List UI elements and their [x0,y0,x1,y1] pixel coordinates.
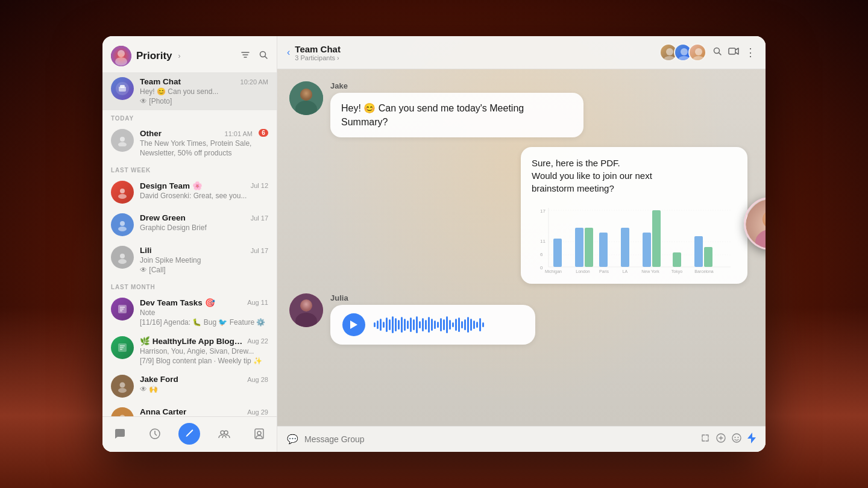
conv-preview: Hey! 😊 Can you send... [140,87,268,96]
section-today: TODAY [102,110,277,124]
message-jake: Jake Hey! 😊 Can you send me today's Meet… [289,81,753,137]
conv-item-design-team[interactable]: Design Team 🌸 Jul 12 David Grosenki: Gre… [102,176,277,208]
svg-text:Barcelona: Barcelona [694,269,714,274]
video-icon[interactable] [728,46,739,58]
conv-avatar-drew [111,213,134,236]
chat-subtitle[interactable]: 3 Participants › [295,54,341,61]
search-chat-icon[interactable] [712,46,722,58]
wave-bar [374,322,376,327]
wave-bar [473,321,475,329]
more-icon[interactable]: ⋮ [745,46,756,59]
jake-message-text: Hey! 😊 Can you send me today's Meeting S… [341,101,573,129]
svg-rect-61 [621,228,629,267]
wave-bar [389,319,391,330]
user-avatar [111,46,131,66]
svg-text:New York: New York [641,269,659,274]
wave-bar [380,319,382,331]
conv-item-drew-green[interactable]: Drew Green Jul 17 Graphic Design Brief [102,208,277,241]
sidebar-nav [102,416,277,452]
conv-time: Jul 17 [251,214,268,222]
svg-rect-66 [704,247,712,267]
wave-bar [383,322,385,328]
conv-avatar-healthy [111,336,134,359]
sidebar-list: Team Chat 10:20 AM Hey! 😊 Can you send..… [102,72,277,416]
conv-avatar-jake-ford [111,375,134,398]
conv-time: Aug 11 [247,299,268,306]
conv-item-other[interactable]: Other 11:01 AM The New York Times, Prote… [102,124,277,162]
conv-name: Jake Ford [140,375,178,384]
svg-rect-57 [553,239,562,267]
svg-point-11 [118,142,127,146]
lightning-icon[interactable] [747,433,756,446]
conv-time: 11:01 AM [225,130,253,137]
conv-time: Jul 17 [251,247,268,254]
add-icon[interactable] [716,433,726,445]
svg-point-13 [118,194,127,199]
waveform [374,316,523,334]
wave-bar [479,318,481,331]
conv-item-anna-carter[interactable]: Anna Carter Aug 29 Invitation: Review De… [102,402,277,416]
wave-bar [449,320,451,330]
sidebar-header-icons [241,50,268,62]
conv-name: Team Chat [140,77,181,86]
conv-item-dev-team[interactable]: Dev Team Tasks 🎯 Aug 11 Note [11/16] Age… [102,293,277,331]
conv-content-jake-ford: Jake Ford Aug 28 👁 🙌 [140,375,268,393]
filter-icon[interactable] [241,50,250,62]
svg-point-47 [300,89,312,101]
svg-text:London: London [576,269,590,274]
conv-name: Dev Team Tasks 🎯 [140,298,215,307]
conv-preview: The New York Times, Protein Sale, [140,139,253,148]
jake-message-bubble: Hey! 😊 Can you send me today's Meeting S… [330,93,583,137]
conv-preview2: [11/16] Agenda: 🐛 Bug 🐦 Feature ⚙️ [140,318,268,327]
conv-item-team-chat[interactable]: Team Chat 10:20 AM Hey! 😊 Can you send..… [102,72,277,110]
play-button[interactable] [342,313,365,336]
back-button[interactable]: ‹ [287,47,290,58]
svg-text:Tokyo: Tokyo [671,269,682,274]
conv-preview: 👁 🙌 [140,385,268,393]
nav-chat-icon[interactable] [109,423,131,445]
svg-text:Michigan: Michigan [545,269,562,274]
conv-avatar-anna-carter [111,407,134,416]
svg-point-38 [678,56,690,61]
nav-clock-icon[interactable] [144,423,166,445]
conv-avatar-other [111,129,134,152]
chart-text: Sure, here is the PDF.Would you like to … [532,157,737,195]
conv-preview: Note [140,308,268,317]
jake-avatar [289,81,323,115]
svg-rect-9 [120,85,125,88]
julia-avatar [289,293,323,327]
conv-content-anna-carter: Anna Carter Aug 29 Invitation: Review De… [140,407,268,416]
chart-bubble: Sure, here is the PDF.Would you like to … [521,147,747,284]
search-icon[interactable] [259,50,268,62]
svg-text:0: 0 [540,265,543,271]
nav-contacts-icon[interactable] [248,423,270,445]
nav-community-icon[interactable] [213,423,235,445]
emoji-icon[interactable] [732,433,741,445]
svg-point-81 [732,434,741,442]
conv-time: Aug 29 [247,408,268,416]
conv-avatar-team-chat [111,77,134,100]
message-julia: Julia [289,293,753,345]
svg-text:LA: LA [623,269,628,274]
conv-item-lili[interactable]: Lili Jul 17 Join Spike Meeting 👁 [Call] [102,241,277,279]
conv-item-healthy[interactable]: 🌿 HealthyLife App Blog 🌿 Aug 22 Harrison… [102,331,277,370]
conv-content-design-team: Design Team 🌸 Jul 12 David Grosenki: Gre… [140,181,268,200]
svg-point-36 [664,56,676,61]
conv-content-team-chat: Team Chat 10:20 AM Hey! 😊 Can you send..… [140,77,268,105]
svg-point-15 [118,227,127,231]
conv-time: Aug 22 [247,337,268,345]
conv-item-jake-ford[interactable]: Jake Ford Aug 28 👁 🙌 [102,370,277,402]
julia-name: Julia [330,293,535,302]
chevron-right-icon: › [178,52,181,60]
expand-icon[interactable] [700,433,710,445]
chat-header-left: ‹ Team Chat 3 Participants › [287,44,341,61]
wave-bar [395,318,397,331]
svg-text:17: 17 [540,208,546,214]
nav-compose-icon[interactable] [178,423,200,445]
conv-avatar-design-team [111,181,134,204]
svg-text:6: 6 [540,252,543,257]
app-body: Priority › [102,36,766,452]
chat-area: ‹ Team Chat 3 Participants › [277,36,766,452]
sidebar: Priority › [102,36,277,452]
message-input[interactable] [304,434,694,444]
